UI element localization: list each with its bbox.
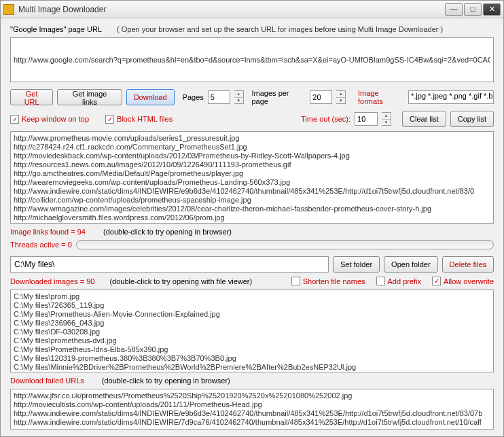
links-list[interactable]: http://www.prometheus-movie.com/uploads/… [10, 131, 494, 224]
downloaded-hint: (double-click to try opening with file v… [109, 277, 252, 285]
list-item[interactable]: http://resources1.news.com.au/images/201… [14, 160, 490, 169]
check-icon: ✓ [10, 115, 19, 124]
list-item[interactable]: C:\My files\Minnie%2BDriver%2BPrometheus… [14, 363, 490, 372]
url-hint: ( Open your browser and set up the searc… [117, 25, 443, 33]
list-item[interactable]: http://www.indiewire.com/static/dims4/IN… [14, 187, 490, 196]
list-item[interactable]: C:\My files\DF-030208.jpg [14, 328, 490, 336]
per-page-input[interactable]: 20 [310, 90, 332, 104]
get-links-button[interactable]: Get image links [57, 89, 122, 105]
list-item[interactable]: C:\My files\726365_119.jpg [14, 301, 490, 310]
list-item[interactable]: http://www.indiewire.com/static/dims4/IN… [14, 418, 490, 427]
formats-input[interactable]: *.jpg *.jpeg *.png *.gif *.bm [408, 90, 494, 104]
links-found-label: Image links found = 94 [10, 228, 86, 236]
failed-label: Download failed URLs [10, 377, 84, 385]
per-page-spinner[interactable]: ▲▼ [336, 90, 346, 104]
timeout-label: Time out (sec): [301, 115, 350, 123]
download-button[interactable]: Download [126, 89, 175, 105]
list-item[interactable]: http://go.amctheatres.com/Media/Default/… [14, 169, 490, 178]
list-item[interactable]: http://www.jfsr.co.uk/prometheus/Prometh… [14, 391, 490, 400]
pages-input[interactable]: 5 [208, 90, 230, 104]
list-item[interactable]: C:\My files\236966_043.jpg [14, 319, 490, 328]
list-item[interactable]: C:\My files\prometheus-dvd.jpg [14, 336, 490, 345]
check-icon: ✓ [105, 115, 114, 124]
pages-label: Pages [183, 93, 204, 101]
set-folder-button[interactable]: Set folder [333, 256, 380, 273]
timeout-input[interactable]: 10 [355, 112, 378, 126]
titlebar[interactable]: Multi Image Downloader — □ ✕ [1, 1, 503, 18]
failed-list[interactable]: http://www.jfsr.co.uk/prometheus/Prometh… [10, 389, 494, 430]
clear-list-button[interactable]: Clear list [402, 111, 446, 127]
list-item[interactable]: http://www.wmagazine.com/images/celebrit… [14, 205, 490, 213]
list-item[interactable]: C:\My files\Prometheus-Alien-Movie-Conne… [14, 310, 490, 319]
open-folder-button[interactable]: Open folder [384, 256, 437, 273]
minimize-button[interactable]: — [445, 3, 463, 16]
list-item[interactable]: http://collider.com/wp-content/uploads/p… [14, 196, 490, 205]
downloaded-list[interactable]: C:\My files\prom.jpgC:\My files\726365_1… [10, 290, 494, 372]
url-label: "Google Images" page URL [10, 25, 102, 33]
close-button[interactable]: ✕ [483, 3, 501, 16]
app-icon [3, 4, 14, 15]
check-icon [376, 277, 385, 285]
list-item[interactable]: http://www.prometheus-movie.com/uploads/… [14, 134, 490, 143]
list-item[interactable]: C:\My files\120319-prometheus.380%3B380%… [14, 354, 490, 363]
formats-label: Image formats [358, 89, 404, 105]
overwrite-checkbox[interactable]: ✓ Allow overwrite [432, 277, 494, 285]
list-item[interactable]: C:\My files\prom.jpg [14, 292, 490, 301]
threads-label: Threads active = 0 [10, 241, 72, 249]
downloaded-label: Downloaded images = 90 [10, 277, 94, 285]
copy-list-button[interactable]: Copy list [450, 111, 494, 127]
app-window: Multi Image Downloader — □ ✕ "Google Ima… [0, 0, 504, 437]
prefix-checkbox[interactable]: Add prefix [376, 277, 422, 285]
list-item[interactable]: http://moviecultists.com/wp-content/uplo… [14, 400, 490, 409]
list-item[interactable]: C:\My files\Prometheus-Idris-Elba-585x39… [14, 345, 490, 354]
list-item[interactable]: http://moviedeskback.com/wp-content/uplo… [14, 152, 490, 160]
block-html-checkbox[interactable]: ✓ Block HTML files [105, 115, 173, 124]
check-icon: ✓ [432, 277, 441, 285]
timeout-spinner[interactable]: ▲▼ [382, 112, 391, 126]
list-item[interactable]: http://www.indiewire.com/static/dims4/IN… [14, 409, 490, 418]
check-icon [291, 277, 300, 285]
pages-spinner[interactable]: ▲▼ [234, 90, 244, 104]
delete-files-button[interactable]: Delete files [442, 256, 494, 273]
folder-input[interactable] [10, 256, 329, 273]
list-item[interactable]: http://wearemoviegeeks.com/wp-content/up… [14, 178, 490, 187]
failed-hint: (double-click to try opening in browser) [102, 377, 230, 385]
links-found-hint: (double-click to try opening in browser) [103, 228, 232, 236]
progress-bar [76, 240, 494, 249]
window-title: Multi Image Downloader [18, 5, 445, 14]
keep-on-top-checkbox[interactable]: ✓ Keep window on top [10, 115, 89, 124]
list-item[interactable]: http://c278424.r24.cf1.rackcdn.com/Comme… [14, 143, 490, 152]
shorten-checkbox[interactable]: Shorten file names [291, 277, 365, 285]
per-page-label: Images per page [252, 89, 306, 105]
maximize-button[interactable]: □ [464, 3, 482, 16]
get-url-button[interactable]: Get URL [10, 89, 53, 105]
list-item[interactable]: http://michaelgloversmith.files.wordpres… [14, 213, 490, 222]
url-input[interactable] [10, 37, 494, 82]
